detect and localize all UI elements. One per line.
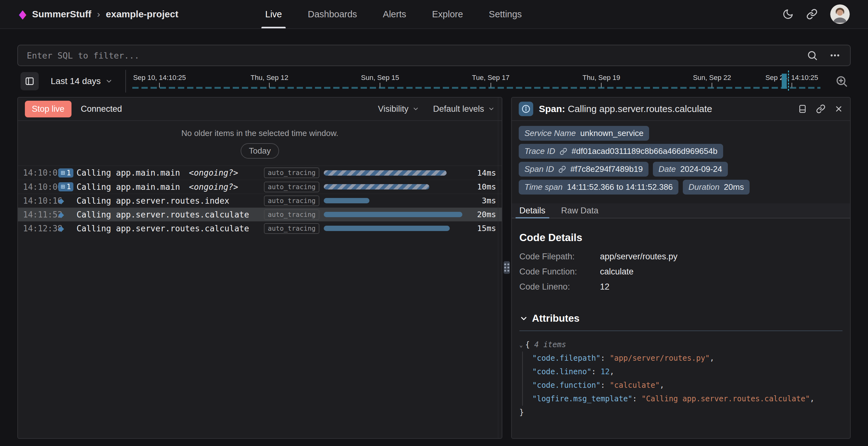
- span-duration: 10ms: [467, 182, 496, 191]
- copy-link-icon[interactable]: [816, 104, 826, 114]
- search-icon[interactable]: [807, 50, 818, 61]
- org-name[interactable]: SummerStuff: [32, 9, 91, 20]
- stop-live-button[interactable]: Stop live: [25, 101, 71, 118]
- time-range-bar: Last 14 days Sep 10, 14:10:25 Thu, Sep 1…: [17, 70, 851, 93]
- chevron-down-icon: [519, 314, 528, 323]
- span-message: Calling app.main.main: [76, 168, 180, 178]
- span-diamond-icon: ◆: [58, 225, 64, 232]
- json-collapse-icon[interactable]: ⌄: [519, 338, 523, 352]
- tag-auto-tracing: auto_tracing: [264, 209, 319, 220]
- sql-filter-input[interactable]: Enter SQL to filter...: [27, 51, 807, 60]
- zoom-in-icon[interactable]: [835, 74, 848, 88]
- code-lineno-label: Code Lineno:: [519, 282, 600, 292]
- span-metadata-badges: Service Nameunknown_service Trace ID #df…: [512, 121, 850, 199]
- code-function-label: Code Function:: [519, 267, 600, 277]
- span-row-selected[interactable]: 14:11:52 ◆ Calling app.server.routes.cal…: [18, 208, 502, 221]
- code-filepath-value: app/server/routes.py: [600, 252, 842, 261]
- json-entry: "code.filepath": "app/server/routes.py",: [532, 352, 842, 365]
- attributes-json-viewer: ⌄ { 4 items "code.filepath": "app/server…: [519, 338, 842, 419]
- close-icon[interactable]: [834, 104, 843, 113]
- timeline-tick: Sun, Sep 15: [361, 74, 399, 88]
- detail-tabs: Details Raw Data: [512, 203, 850, 218]
- trace-id-badge[interactable]: Trace ID #df01acad0311189c8b66a466d96965…: [519, 144, 723, 159]
- json-entry: "code.function": "calculate",: [532, 379, 842, 392]
- timeline-cursor[interactable]: [788, 70, 789, 91]
- divider: [125, 70, 126, 93]
- time-span-badge: Time span14:11:52.366 to 14:11:52.386: [519, 180, 678, 194]
- sidebar-toggle-icon[interactable]: [21, 72, 39, 90]
- share-link-icon[interactable]: [806, 8, 817, 20]
- span-row[interactable]: 14:12:38 ◆ Calling app.server.routes.cal…: [18, 221, 502, 235]
- attributes-section-toggle[interactable]: Attributes: [519, 313, 842, 324]
- divider: [519, 330, 842, 331]
- sql-filter-bar[interactable]: Enter SQL to filter...: [17, 45, 851, 66]
- span-row[interactable]: 14:10:05 ⊞1 Calling app.main.main <ongoi…: [18, 166, 502, 180]
- more-options-ellipsis-icon[interactable]: [829, 50, 841, 61]
- live-trace-panel: Stop live Connected Visibility Default l…: [17, 97, 502, 439]
- span-detail-panel: Span: Calling app.server.routes.calculat…: [511, 97, 851, 439]
- visibility-dropdown[interactable]: Visibility: [378, 104, 419, 114]
- timeline[interactable]: Sep 10, 14:10:25 Thu, Sep 12 Sun, Sep 15…: [132, 70, 851, 93]
- duration-bar: [324, 198, 369, 203]
- scrollbar[interactable]: [498, 98, 502, 438]
- children-count-badge[interactable]: ⊞1: [58, 182, 73, 191]
- json-entry: "code.lineno": 12,: [532, 365, 842, 379]
- timeline-tick: Thu, Sep 19: [582, 74, 620, 88]
- span-diamond-icon: ◆: [58, 197, 64, 204]
- ongoing-flag: <ongoing?>: [189, 168, 239, 178]
- span-title: Span: Calling app.server.routes.calculat…: [539, 103, 712, 114]
- span-duration: 20ms: [467, 210, 496, 219]
- main-content: Stop live Connected Visibility Default l…: [17, 97, 851, 439]
- span-duration: 15ms: [467, 224, 496, 233]
- breadcrumb[interactable]: ◆ SummerStuff › example-project: [18, 8, 178, 20]
- span-time: 14:10:16: [23, 196, 58, 205]
- json-entry: "logfire.msg_template": "Calling app.ser…: [532, 392, 842, 406]
- duration-bar-track: [324, 226, 467, 231]
- span-id-badge[interactable]: Span ID #f7c8e294f7489b19: [519, 162, 649, 177]
- timeline-activity-spike: [782, 74, 787, 89]
- tab-live[interactable]: Live: [264, 0, 283, 28]
- tab-alerts[interactable]: Alerts: [382, 0, 407, 28]
- ongoing-flag: <ongoing?>: [189, 182, 239, 192]
- span-list: 14:10:05 ⊞1 Calling app.main.main <ongoi…: [18, 165, 502, 235]
- span-message: Calling app.main.main: [76, 182, 180, 192]
- main-tabs: Live Dashboards Alerts Explore Settings: [264, 0, 523, 28]
- span-message: Calling app.server.routes.index: [76, 196, 229, 205]
- duration-bar: [324, 184, 429, 189]
- panel-resize-handle[interactable]: [504, 261, 510, 274]
- tag-auto-tracing: auto_tracing: [264, 182, 319, 192]
- date-badge: Date2024-09-24: [653, 162, 728, 177]
- logo-diamond-icon: ◆: [19, 8, 26, 20]
- project-name[interactable]: example-project: [106, 9, 178, 20]
- tab-settings[interactable]: Settings: [488, 0, 523, 28]
- default-levels-dropdown[interactable]: Default levels: [433, 104, 495, 114]
- duration-bar-track: [324, 184, 467, 189]
- today-button[interactable]: Today: [241, 143, 279, 159]
- span-detail-header: Span: Calling app.server.routes.calculat…: [512, 98, 850, 121]
- timeline-tick: Thu, Sep 12: [251, 74, 288, 88]
- time-range-dropdown[interactable]: Last 14 days: [51, 76, 113, 86]
- span-row[interactable]: 14:10:16 ◆ Calling app.server.routes.ind…: [18, 194, 502, 208]
- tab-explore[interactable]: Explore: [431, 0, 464, 28]
- empty-window-message: No older items in the selected time wind…: [18, 128, 502, 138]
- timeline-tick: Sun, Sep 22: [693, 74, 731, 88]
- tag-auto-tracing: auto_tracing: [264, 167, 319, 178]
- tab-raw-data[interactable]: Raw Data: [561, 203, 599, 218]
- tab-details[interactable]: Details: [519, 203, 546, 218]
- dark-mode-moon-icon[interactable]: [782, 8, 794, 20]
- span-row[interactable]: 14:10:06 ⊞1 Calling app.main.main <ongoi…: [18, 180, 502, 194]
- code-details-table: Code Filepath: app/server/routes.py Code…: [519, 252, 842, 292]
- children-count-badge[interactable]: ⊞1: [58, 168, 73, 178]
- span-duration: 14ms: [467, 168, 496, 178]
- info-icon: [519, 102, 533, 116]
- breadcrumb-separator: ›: [96, 9, 101, 20]
- user-avatar[interactable]: [830, 4, 850, 24]
- link-icon: [560, 148, 567, 155]
- timeline-tick: Sep 10, 14:10:25: [133, 74, 186, 88]
- tab-dashboards[interactable]: Dashboards: [306, 0, 358, 28]
- service-name-badge: Service Nameunknown_service: [519, 126, 649, 141]
- span-diamond-icon: ◆: [58, 211, 64, 218]
- dock-panel-icon[interactable]: [798, 104, 807, 114]
- timeline-tick: Tue, Sep 17: [472, 74, 509, 88]
- live-panel-header: Stop live Connected Visibility Default l…: [18, 98, 502, 121]
